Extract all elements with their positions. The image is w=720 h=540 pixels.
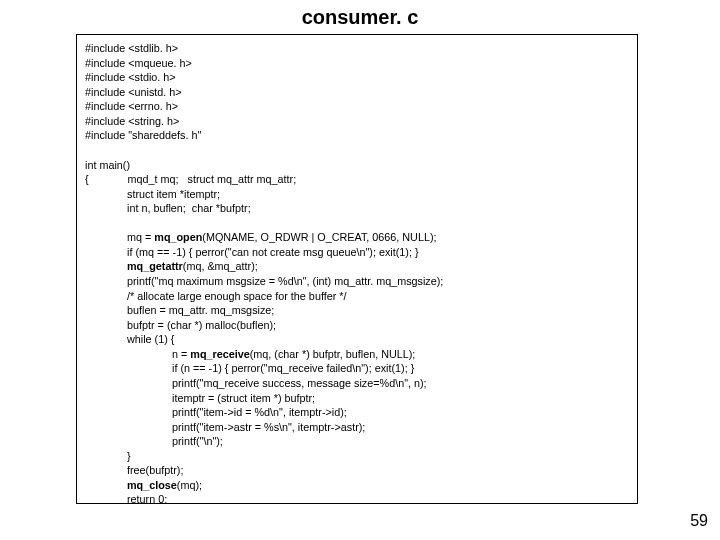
code-line: free(bufptr); — [127, 464, 183, 476]
code-line: printf("item->id = %d\n", itemptr->id); — [172, 406, 347, 418]
api-call: mq_receive — [190, 348, 249, 360]
code-line: /* allocate large enough space for the b… — [127, 290, 347, 302]
code-line: itemptr = (struct item *) bufptr; — [172, 392, 315, 404]
include-line: #include <stdio. h> — [85, 71, 176, 83]
code-line: if (mq == -1) { perror("can not create m… — [127, 246, 419, 258]
code-line: while (1) { — [127, 333, 174, 345]
page-number-text: 59 — [690, 512, 708, 529]
include-line: #include <unistd. h> — [85, 86, 182, 98]
code-listing: #include <stdlib. h> #include <mqueue. h… — [76, 34, 638, 504]
code-text: (mq); — [177, 479, 202, 491]
code-line: int main() — [85, 159, 130, 171]
code-text: (MQNAME, O_RDWR | O_CREAT, 0666, NULL); — [202, 231, 436, 243]
page-number: 59 — [690, 512, 708, 530]
api-call: mq_open — [154, 231, 202, 243]
include-line: #include <mqueue. h> — [85, 57, 192, 69]
code-text: mq = — [127, 231, 154, 243]
include-line: #include <string. h> — [85, 115, 179, 127]
code-line: if (n == -1) { perror("mq_receive failed… — [172, 362, 414, 374]
code-line: } — [127, 450, 131, 462]
page-title: consumer. c — [0, 0, 720, 33]
include-line: #include "shareddefs. h" — [85, 129, 201, 141]
code-line: int n, buflen; char *bufptr; — [127, 202, 251, 214]
code-line: return 0; — [127, 493, 167, 504]
code-line: printf("mq_receive success, message size… — [172, 377, 427, 389]
title-text: consumer. c — [302, 6, 419, 28]
include-line: #include <stdlib. h> — [85, 42, 178, 54]
api-call: mq_close — [127, 479, 177, 491]
code-line: printf("mq maximum msgsize = %d\n", (int… — [127, 275, 443, 287]
code-line: buflen = mq_attr. mq_msgsize; — [127, 304, 274, 316]
code-line: mqd_t mq; struct mq_attr mq_attr; — [128, 173, 297, 185]
code-line: printf("item->astr = %s\n", itemptr->ast… — [172, 421, 365, 433]
code-line: bufptr = (char *) malloc(buflen); — [127, 319, 276, 331]
code-line: struct item *itemptr; — [127, 188, 220, 200]
api-call: mq_getattr — [127, 260, 183, 272]
code-line: printf("\n"); — [172, 435, 223, 447]
include-line: #include <errno. h> — [85, 100, 178, 112]
code-text: (mq, (char *) bufptr, buflen, NULL); — [250, 348, 416, 360]
slide: consumer. c #include <stdlib. h> #includ… — [0, 0, 720, 540]
code-text: (mq, &mq_attr); — [183, 260, 258, 272]
code-text: n = — [172, 348, 190, 360]
code-line: { — [85, 173, 89, 185]
